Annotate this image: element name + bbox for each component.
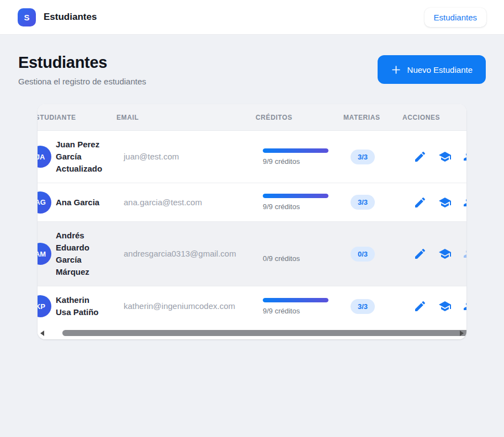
email-cell: andresgarcia0313@gmail.com	[124, 249, 263, 259]
student-cell: KP Katherin Usa Patiño	[38, 294, 124, 318]
new-student-button[interactable]: Nuevo Estudiante	[378, 55, 486, 84]
student-name: Ana Garcia	[56, 196, 99, 209]
credits-progressbar	[263, 246, 328, 250]
email-cell: katherin@ingeniumcodex.com	[124, 301, 263, 311]
table-row: AG Ana Garcia ana.garcia@test.com 9/9 cr…	[38, 183, 466, 222]
avatar: AG	[38, 191, 51, 214]
people-icon-button[interactable]	[463, 196, 466, 209]
student-cell: JA Juan Perez García Actualizado	[38, 138, 124, 175]
pencil-icon	[413, 247, 427, 260]
scrollbar-thumb[interactable]	[62, 330, 466, 336]
table-row: JA Juan Perez García Actualizado juan@te…	[38, 131, 466, 183]
people-icon-button[interactable]	[463, 300, 466, 313]
student-email: ana.garcia@test.com	[124, 198, 202, 207]
top-navbar: S Estudiantes Estudiantes	[0, 0, 504, 35]
pencil-icon	[413, 150, 427, 163]
edit-button[interactable]	[413, 196, 427, 209]
main-content: Estudiantes Gestiona el registro de estu…	[0, 35, 504, 339]
materias-badge: 3/3	[351, 150, 375, 164]
table-header-row: ESTUDIANTE EMAIL CRÉDITOS MATERIAS ACCIO…	[38, 104, 466, 131]
page-header: Estudiantes Gestiona el registro de estu…	[18, 53, 486, 86]
edit-button[interactable]	[413, 247, 427, 260]
materias-badge: 3/3	[351, 195, 375, 210]
avatar-initials: KP	[38, 302, 45, 311]
materias-cell: 3/3	[351, 299, 408, 314]
materias-badge: 0/3	[351, 247, 375, 262]
actions-cell	[408, 244, 466, 264]
subjects-button[interactable]	[438, 247, 452, 260]
table-body: JA Juan Perez García Actualizado juan@te…	[38, 131, 466, 326]
people-icon	[463, 196, 466, 209]
page-title: Estudiantes	[18, 53, 146, 72]
credits-label: 9/9 créditos	[263, 307, 351, 315]
student-email: katherin@ingeniumcodex.com	[124, 301, 235, 311]
pencil-icon	[413, 300, 427, 313]
materias-cell: 0/3	[351, 247, 408, 262]
subjects-button[interactable]	[438, 150, 452, 163]
credits-progress-fill	[263, 148, 328, 153]
people-icon-button[interactable]	[463, 247, 466, 260]
pencil-icon	[413, 196, 427, 209]
people-icon	[463, 247, 466, 260]
people-icon-button[interactable]	[463, 150, 466, 163]
edit-button[interactable]	[413, 150, 427, 163]
actions-cell	[408, 193, 466, 212]
avatar: JA	[38, 146, 51, 168]
email-cell: ana.garcia@test.com	[124, 198, 263, 207]
table-row: KP Katherin Usa Patiño katherin@ingenium…	[38, 286, 466, 326]
avatar: AM	[38, 243, 51, 265]
credits-progressbar	[263, 194, 328, 198]
student-name: Juan Perez García Actualizado	[56, 138, 104, 175]
student-email: juan@test.com	[124, 152, 179, 161]
actions-cell	[408, 147, 466, 167]
people-icon	[463, 300, 466, 313]
column-header-acciones: ACCIONES	[401, 114, 466, 121]
avatar-initials: AG	[38, 198, 46, 206]
app-logo: S	[18, 8, 36, 26]
column-header-email: EMAIL	[116, 114, 256, 121]
credits-progressbar	[263, 148, 328, 153]
credits-cell: 9/9 créditos	[263, 194, 351, 211]
avatar: KP	[38, 295, 51, 317]
horizontal-scrollbar[interactable]	[38, 326, 466, 339]
credits-progress-fill	[263, 298, 328, 302]
scroll-right-arrow[interactable]	[460, 331, 464, 336]
materias-badge: 3/3	[351, 299, 375, 314]
edit-button[interactable]	[413, 300, 427, 313]
nav-link-estudiantes[interactable]: Estudiantes	[425, 8, 486, 27]
graduation-cap-icon	[438, 300, 452, 313]
page-header-text: Estudiantes Gestiona el registro de estu…	[18, 53, 146, 86]
avatar-initials: AM	[38, 250, 46, 258]
page-subtitle: Gestiona el registro de estudiantes	[18, 77, 146, 86]
brand: S Estudiantes	[18, 8, 97, 26]
people-icon	[463, 150, 466, 163]
graduation-cap-icon	[438, 247, 452, 260]
credits-cell: 9/9 créditos	[263, 148, 351, 166]
column-header-materias: MATERIAS	[343, 114, 401, 121]
avatar-initials: JA	[38, 153, 45, 161]
app-title: Estudiantes	[44, 12, 97, 23]
app-logo-letter: S	[24, 13, 29, 22]
plus-icon	[391, 65, 401, 75]
student-name: Katherin Usa Patiño	[56, 294, 104, 318]
graduation-cap-icon	[438, 150, 452, 163]
materias-cell: 3/3	[351, 150, 408, 164]
credits-progressbar	[263, 298, 328, 302]
graduation-cap-icon	[438, 196, 452, 209]
scroll-left-arrow[interactable]	[40, 331, 44, 336]
student-cell: AG Ana Garcia	[38, 191, 124, 214]
credits-label: 9/9 créditos	[263, 202, 351, 211]
email-cell: juan@test.com	[124, 152, 263, 162]
students-table-card: ESTUDIANTE EMAIL CRÉDITOS MATERIAS ACCIO…	[38, 104, 466, 339]
column-header-estudiante: ESTUDIANTE	[38, 114, 116, 121]
student-email: andresgarcia0313@gmail.com	[124, 249, 236, 258]
table-row: AM Andrés Eduardo García Márquez andresg…	[38, 222, 466, 286]
column-header-creditos: CRÉDITOS	[256, 114, 343, 121]
credits-label: 9/9 créditos	[263, 157, 351, 166]
credits-label: 0/9 créditos	[263, 254, 351, 263]
materias-cell: 3/3	[351, 195, 408, 210]
subjects-button[interactable]	[438, 300, 452, 313]
new-student-button-label: Nuevo Estudiante	[407, 65, 473, 74]
student-cell: AM Andrés Eduardo García Márquez	[38, 230, 124, 278]
subjects-button[interactable]	[438, 196, 452, 209]
